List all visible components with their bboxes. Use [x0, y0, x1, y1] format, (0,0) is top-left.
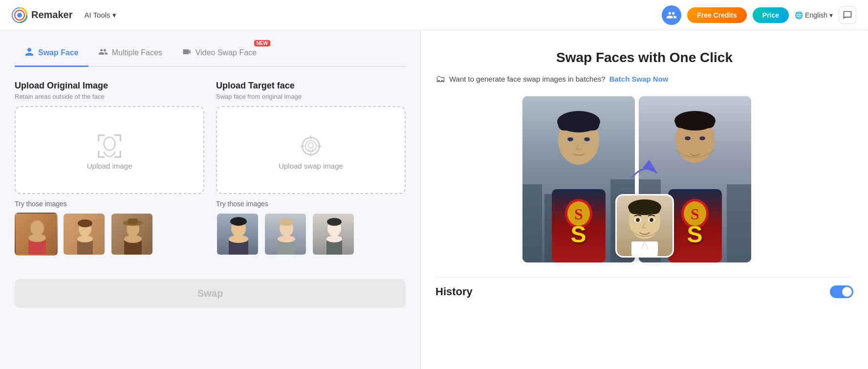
demo-face-overlay	[615, 194, 674, 258]
svg-rect-72	[675, 116, 715, 128]
svg-point-82	[650, 218, 653, 222]
svg-point-38	[230, 217, 247, 226]
chat-button[interactable]	[839, 6, 856, 24]
upload-original-try-label: Try those images	[15, 200, 204, 208]
tab-video-swap-face-label: Video Swap Face	[195, 48, 257, 57]
chevron-down-icon: ▾	[112, 11, 116, 20]
batch-swap-link[interactable]: Batch Swap Now	[609, 75, 669, 83]
price-button[interactable]: Price	[753, 7, 789, 23]
target-sample-2-img	[265, 214, 307, 256]
tab-multiple-faces-label: Multiple Faces	[112, 48, 162, 57]
target-sample-3[interactable]	[312, 213, 355, 256]
svg-point-80	[636, 218, 640, 222]
svg-point-33	[308, 142, 313, 148]
free-credits-label: Free Credits	[697, 11, 737, 19]
upload-original-title: Upload Original Image	[15, 81, 204, 91]
svg-point-20	[78, 219, 92, 227]
svg-point-27	[302, 137, 319, 154]
chat-icon	[843, 10, 852, 20]
upload-original-subtitle: Retain areas outside of the face	[15, 93, 204, 100]
right-panel-title: Swap Faces with One Click	[435, 50, 853, 65]
main-layout: Swap Face Multiple Faces Video Swap Face…	[0, 30, 868, 369]
app-header: Remaker AI Tools ▾ Free Credits Price 🌐 …	[0, 0, 868, 30]
swap-button[interactable]: Swap	[15, 279, 406, 308]
language-label: English	[805, 11, 827, 19]
batch-info-row: 🗂 Want to generate face swap images in b…	[435, 73, 853, 85]
original-sample-3[interactable]	[110, 213, 153, 256]
demo-image-row: S	[522, 96, 767, 262]
svg-rect-50	[522, 184, 542, 262]
svg-point-11	[104, 137, 115, 150]
svg-point-74	[699, 136, 705, 140]
chevron-down-icon: ▾	[829, 11, 833, 19]
upload-original-col: Upload Original Image Retain areas outsi…	[15, 81, 204, 269]
target-sample-3-img	[313, 214, 355, 256]
svg-text:S: S	[691, 205, 699, 223]
svg-rect-83	[631, 241, 658, 256]
language-button[interactable]: 🌐 English ▾	[795, 11, 833, 19]
person-icon	[24, 47, 34, 59]
demo-container: S	[522, 96, 767, 262]
svg-point-60	[567, 137, 573, 141]
svg-rect-8	[98, 151, 99, 157]
svg-rect-65	[727, 184, 751, 262]
original-try-images	[15, 213, 204, 256]
upload-target-text: Upload swap image	[279, 162, 343, 170]
svg-rect-6	[120, 134, 121, 141]
svg-point-42	[278, 236, 295, 242]
svg-rect-10	[120, 151, 121, 157]
target-sample-2[interactable]	[264, 213, 307, 256]
demo-arrow	[630, 156, 659, 186]
original-sample-3-img	[111, 214, 153, 256]
svg-rect-24	[128, 218, 138, 224]
upload-target-subtitle: Swap face from original image	[216, 93, 406, 100]
upload-original-box[interactable]: Upload image	[15, 106, 204, 194]
svg-point-48	[327, 218, 342, 226]
logo-icon	[12, 7, 27, 23]
svg-text:S: S	[574, 205, 583, 223]
target-sample-1[interactable]	[216, 213, 259, 256]
history-toggle[interactable]	[830, 285, 853, 298]
original-sample-2[interactable]	[63, 213, 106, 256]
svg-point-73	[685, 136, 691, 140]
history-row: History	[435, 277, 853, 302]
globe-icon: 🌐	[795, 11, 803, 19]
tab-video-swap-face[interactable]: Video Swap Face NEW	[172, 42, 266, 67]
upload-target-title: Upload Target face	[216, 81, 406, 91]
history-label: History	[435, 285, 473, 298]
price-label: Price	[762, 11, 779, 19]
tab-multiple-faces[interactable]: Multiple Faces	[88, 42, 172, 67]
svg-point-2	[17, 13, 22, 18]
svg-point-47	[326, 236, 342, 242]
upload-original-text: Upload image	[87, 162, 132, 170]
team-icon	[666, 10, 677, 21]
svg-point-19	[77, 236, 93, 242]
free-credits-button[interactable]: Free Credits	[687, 7, 747, 23]
right-panel: Swap Faces with One Click 🗂 Want to gene…	[420, 30, 868, 369]
target-sample-1-img	[217, 214, 259, 256]
swap-button-row: Swap	[15, 279, 406, 308]
svg-point-15	[28, 234, 46, 242]
people-icon	[98, 47, 108, 59]
svg-point-43	[279, 218, 294, 226]
original-sample-2-img	[64, 214, 106, 256]
logo: Remaker	[12, 7, 73, 23]
face-target-icon	[295, 130, 326, 162]
tab-bar: Swap Face Multiple Faces Video Swap Face…	[15, 42, 406, 67]
svg-point-61	[584, 137, 590, 141]
video-icon	[182, 47, 192, 59]
svg-rect-78	[629, 203, 660, 214]
upload-row: Upload Original Image Retain areas outsi…	[15, 81, 406, 269]
header-right: Free Credits Price 🌐 English ▾	[662, 5, 856, 25]
svg-point-26	[124, 235, 142, 243]
original-sample-1[interactable]	[15, 213, 58, 256]
brand-name: Remaker	[31, 9, 73, 21]
ai-tools-button[interactable]: AI Tools ▾	[81, 9, 120, 22]
svg-point-37	[229, 235, 248, 243]
demo-face-overlay-svg	[617, 195, 673, 256]
upload-target-box[interactable]: Upload swap image	[216, 106, 406, 194]
team-button[interactable]	[662, 5, 681, 25]
tab-swap-face[interactable]: Swap Face	[15, 42, 88, 67]
target-try-images	[216, 213, 406, 256]
new-badge: NEW	[254, 40, 270, 46]
